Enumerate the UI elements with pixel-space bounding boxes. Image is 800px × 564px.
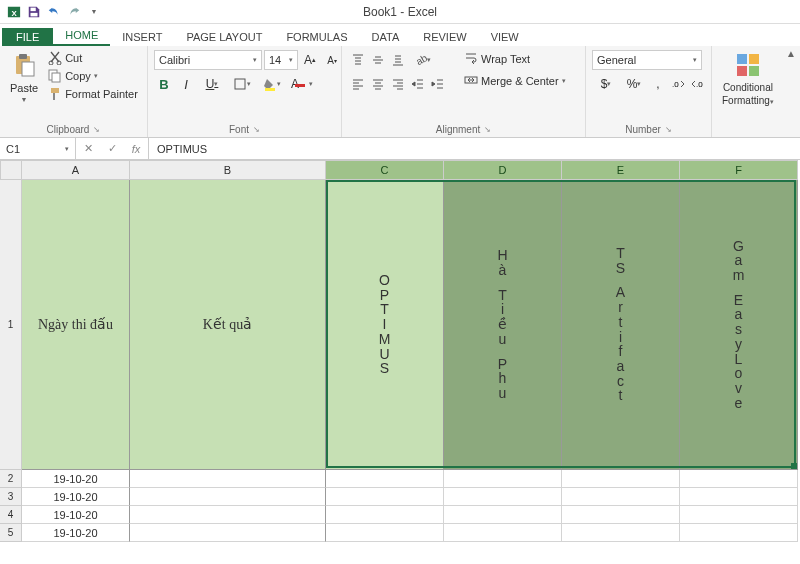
cell-C1[interactable]: OPTIMUS [326,180,444,470]
cell-C3[interactable] [326,488,444,506]
align-left-button[interactable] [348,74,368,94]
tab-data[interactable]: DATA [360,28,412,46]
cell-E2[interactable] [562,470,680,488]
row-header-4[interactable]: 4 [0,506,22,524]
cell-C2[interactable] [326,470,444,488]
percent-button[interactable]: %▾ [620,74,648,94]
cell-A3[interactable]: 19-10-20 [22,488,130,506]
tab-insert[interactable]: INSERT [110,28,174,46]
cell-D3[interactable] [444,488,562,506]
formula-bar: C1▾ ✕ ✓ fx OPTIMUS [0,138,800,160]
cell-E1[interactable]: TSArtifact [562,180,680,470]
align-middle-button[interactable] [368,50,388,70]
cell-B2[interactable] [130,470,326,488]
row-header-2[interactable]: 2 [0,470,22,488]
underline-button[interactable]: U▾ [198,74,226,94]
cell-E3[interactable] [562,488,680,506]
format-painter-button[interactable]: Format Painter [46,86,140,102]
paste-button[interactable]: Paste ▼ [6,50,42,105]
cell-D4[interactable] [444,506,562,524]
dialog-launcher-icon[interactable]: ↘ [484,125,491,134]
comma-button[interactable]: , [648,74,668,94]
cell-B5[interactable] [130,524,326,542]
align-top-button[interactable] [348,50,368,70]
cancel-formula-button[interactable]: ✕ [76,142,100,155]
increase-indent-button[interactable] [428,74,448,94]
dialog-launcher-icon[interactable]: ↘ [253,125,260,134]
col-header-C[interactable]: C [326,160,444,180]
align-right-button[interactable] [388,74,408,94]
name-box[interactable]: C1▾ [0,138,76,159]
col-header-A[interactable]: A [22,160,130,180]
select-all-corner[interactable] [0,160,22,180]
col-header-E[interactable]: E [562,160,680,180]
align-center-button[interactable] [368,74,388,94]
copy-button[interactable]: Copy▾ [46,68,140,84]
grow-font-button[interactable]: A▴ [300,50,320,70]
orientation-button[interactable]: ab▾ [408,50,436,70]
cell-A2[interactable]: 19-10-20 [22,470,130,488]
tab-home[interactable]: HOME [53,26,110,46]
font-name-select[interactable]: Calibri▾ [154,50,262,70]
row-header-5[interactable]: 5 [0,524,22,542]
cell-C5[interactable] [326,524,444,542]
cell-F5[interactable] [680,524,798,542]
bold-button[interactable]: B [154,74,174,94]
fill-color-button[interactable]: ▾ [258,74,286,94]
number-format-select[interactable]: General▾ [592,50,702,70]
currency-button[interactable]: $▾ [592,74,620,94]
col-header-F[interactable]: F [680,160,798,180]
cell-F1[interactable]: GamEasyLove [680,180,798,470]
cell-B1[interactable]: Kết quả [130,180,326,470]
align-bottom-button[interactable] [388,50,408,70]
cell-A1[interactable]: Ngày thi đấu [22,180,130,470]
quick-access-toolbar: X ▼ [0,4,102,20]
decrease-indent-button[interactable] [408,74,428,94]
italic-button[interactable]: I [176,74,196,94]
col-header-B[interactable]: B [130,160,326,180]
cut-button[interactable]: Cut [46,50,140,66]
cell-F4[interactable] [680,506,798,524]
font-color-button[interactable]: A▾ [288,74,316,94]
cell-F3[interactable] [680,488,798,506]
col-header-D[interactable]: D [444,160,562,180]
row-header-3[interactable]: 3 [0,488,22,506]
tab-pagelayout[interactable]: PAGE LAYOUT [174,28,274,46]
cell-C4[interactable] [326,506,444,524]
dialog-launcher-icon[interactable]: ↘ [665,125,672,134]
cell-A4[interactable]: 19-10-20 [22,506,130,524]
cell-D5[interactable] [444,524,562,542]
undo-icon[interactable] [46,4,62,20]
qat-customize-icon[interactable]: ▼ [86,4,102,20]
cell-B3[interactable] [130,488,326,506]
cell-F2[interactable] [680,470,798,488]
cell-B4[interactable] [130,506,326,524]
cell-D1[interactable]: HàTiềuPhu [444,180,562,470]
border-button[interactable]: ▾ [228,74,256,94]
tab-file[interactable]: FILE [2,28,53,46]
cell-E4[interactable] [562,506,680,524]
merge-center-button[interactable]: Merge & Center▾ [460,72,570,90]
conditional-formatting-button[interactable]: Conditional Formatting▾ [718,50,778,108]
shrink-font-button[interactable]: A▾ [322,50,342,70]
decrease-decimal-button[interactable]: .0 [688,74,708,94]
ribbon-collapse-icon[interactable]: ▲ [786,48,796,59]
font-size-select[interactable]: 14▾ [264,50,298,70]
row-header-1[interactable]: 1 [0,180,22,470]
cell-A5[interactable]: 19-10-20 [22,524,130,542]
wrap-text-button[interactable]: Wrap Text [460,50,570,68]
tab-review[interactable]: REVIEW [411,28,478,46]
formula-input[interactable]: OPTIMUS [149,138,800,159]
cell-E5[interactable] [562,524,680,542]
enter-formula-button[interactable]: ✓ [100,142,124,155]
tab-formulas[interactable]: FORMULAS [274,28,359,46]
excel-icon: X [6,4,22,20]
redo-icon[interactable] [66,4,82,20]
cell-D2[interactable] [444,470,562,488]
dialog-launcher-icon[interactable]: ↘ [93,125,100,134]
fx-button[interactable]: fx [124,143,148,155]
increase-decimal-button[interactable]: .0 [668,74,688,94]
tab-view[interactable]: VIEW [479,28,531,46]
save-icon[interactable] [26,4,42,20]
svg-rect-5 [19,54,27,59]
